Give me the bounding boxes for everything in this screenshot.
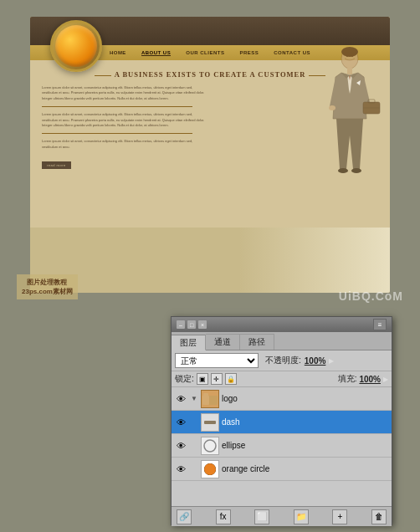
collapse-icon[interactable]: –	[177, 320, 185, 329]
lock-pixels-icon[interactable]: ▣	[197, 373, 208, 385]
new-group-button[interactable]: 📁	[294, 509, 309, 524]
layer-thumb-dash	[201, 413, 219, 432]
eye-orange-circle[interactable]: 👁	[173, 462, 188, 477]
link-layers-button[interactable]: 🔗	[177, 509, 192, 524]
layer-name-ellipse: ellipse	[222, 441, 390, 450]
layer-thumb-orange-circle	[201, 460, 219, 478]
nav-contact[interactable]: CONTACT US	[274, 50, 310, 55]
svg-point-2	[346, 55, 348, 57]
new-layer-button[interactable]: +	[332, 509, 347, 524]
nav-press[interactable]: PRESS	[239, 50, 259, 55]
svg-rect-13	[203, 393, 208, 396]
expand-logo[interactable]: ▼	[190, 395, 198, 403]
site-text-block-3: Lorem ipsum dolor sit amet, consectetur …	[42, 139, 209, 150]
layer-thumb-ellipse	[201, 437, 219, 455]
svg-rect-4	[347, 68, 352, 74]
nav-home[interactable]: HOME	[110, 50, 126, 55]
fill-value[interactable]: 100%	[359, 375, 381, 384]
svg-point-1	[341, 47, 358, 57]
svg-point-5	[329, 105, 335, 110]
expand-orange-circle[interactable]	[190, 465, 198, 473]
eye-dash[interactable]: 👁	[173, 415, 188, 430]
opacity-label: 不透明度:	[265, 355, 301, 366]
layer-name-dash: dash	[222, 417, 390, 427]
layer-row-logo[interactable]: 👁 ▼ logo	[172, 387, 392, 411]
panel-tabs: 图层 通道 路径	[172, 332, 392, 350]
titlebar-icons: – □ ×	[177, 320, 207, 329]
expand-icon[interactable]: □	[187, 320, 196, 329]
logo-circle-outer	[50, 20, 102, 72]
uibq-watermark: UiBQ.CoM	[339, 289, 403, 303]
blend-mode-select[interactable]: 正常	[175, 353, 259, 368]
tab-layers[interactable]: 图层	[172, 335, 206, 350]
svg-point-10	[351, 168, 361, 173]
opacity-value[interactable]: 100%	[305, 356, 326, 366]
lock-label: 锁定:	[175, 373, 194, 385]
close-icon[interactable]: ×	[198, 320, 207, 329]
svg-rect-14	[204, 421, 216, 424]
layer-thumb-logo	[201, 390, 219, 408]
layers-panel: – □ × ≡ 图层 通道 路径 正常 不透明度: 100% ▶ 锁定: ▣ ✛…	[171, 316, 392, 525]
add-mask-button[interactable]: ⬜	[254, 509, 269, 524]
panel-menu-button[interactable]: ≡	[373, 319, 387, 330]
lock-move-icon[interactable]: ✛	[211, 373, 223, 385]
opacity-arrow[interactable]: ▶	[329, 357, 334, 365]
expand-dash[interactable]	[190, 418, 198, 427]
fill-arrow[interactable]: ▶	[383, 376, 388, 383]
tab-channels[interactable]: 通道	[206, 334, 240, 350]
panel-bottom-toolbar: 🔗 fx ⬜ 📁 + 🗑	[172, 506, 392, 526]
eye-logo[interactable]: 👁	[173, 391, 188, 407]
blend-opacity-row: 正常 不透明度: 100% ▶	[172, 350, 392, 371]
site-text-block-2: Lorem ipsum dolor sit amet, consectetur …	[42, 112, 209, 128]
logo-circle-inner	[55, 25, 97, 67]
svg-point-15	[204, 440, 216, 452]
watermark-line2: 23ps.com素材网	[22, 287, 73, 296]
svg-point-17	[204, 463, 216, 475]
man-figure	[306, 43, 382, 211]
fill-label: 填充:	[338, 373, 357, 385]
delete-layer-button[interactable]: 🗑	[371, 509, 387, 524]
layer-row-orange-circle[interactable]: 👁 orange circle	[172, 458, 392, 481]
tab-paths[interactable]: 路径	[240, 334, 274, 350]
lock-fill-row: 锁定: ▣ ✛ 🔒 填充: 100% ▶	[172, 371, 392, 387]
site-text-block-1: Lorem ipsum dolor sit amet, consectetur …	[42, 85, 209, 101]
nav-clients[interactable]: OUR CLIENTS	[186, 50, 224, 55]
expand-ellipse[interactable]	[190, 442, 198, 450]
site-content: A BUSINESS EXISTS TO CREATE A CUSTOMER	[30, 60, 390, 228]
svg-point-3	[351, 55, 353, 57]
nav-about[interactable]: ABOUT US	[141, 50, 171, 56]
layer-row-dash[interactable]: 👁 dash	[172, 411, 392, 434]
layer-name-orange-circle: orange circle	[222, 464, 390, 473]
lock-all-icon[interactable]: 🔒	[225, 373, 237, 385]
website-inner: HOME ABOUT US OUR CLIENTS PRESS CONTACT …	[30, 17, 390, 293]
layers-list: 👁 ▼ logo 👁 dash 👁 ellipse	[172, 387, 392, 506]
svg-point-9	[338, 168, 348, 173]
site-divider-1	[42, 106, 192, 107]
layer-row-ellipse[interactable]: 👁 ellipse	[172, 434, 392, 458]
watermark-line1: 图片处理教程	[22, 278, 73, 287]
layer-name-logo: logo	[222, 394, 390, 403]
read-more-button[interactable]: read more	[42, 161, 71, 169]
svg-rect-12	[202, 396, 209, 405]
panel-titlebar: – □ × ≡	[172, 317, 392, 332]
site-divider-2	[42, 133, 192, 134]
layer-style-button[interactable]: fx	[216, 509, 231, 524]
eye-ellipse[interactable]: 👁	[173, 438, 188, 453]
website-preview: HOME ABOUT US OUR CLIENTS PRESS CONTACT …	[0, 0, 420, 309]
watermark: 图片处理教程 23ps.com素材网	[17, 274, 78, 299]
